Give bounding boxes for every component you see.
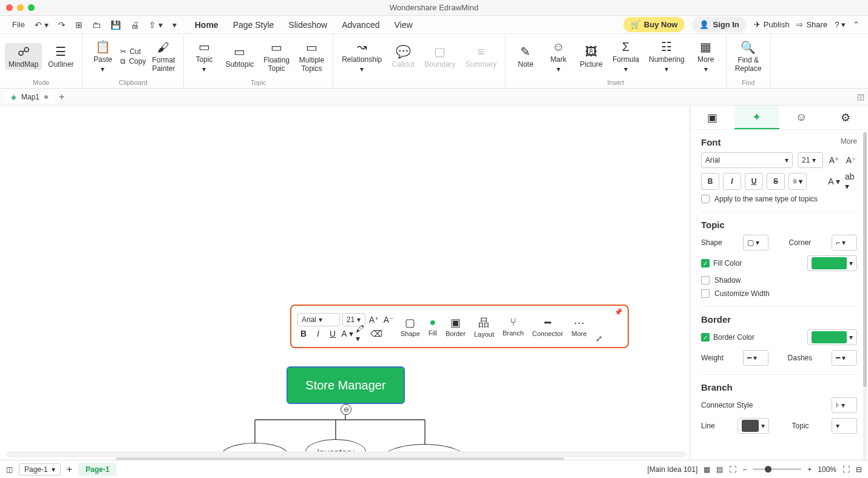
subtopic-button[interactable]: ▭Subtopic xyxy=(222,43,257,70)
window-close[interactable] xyxy=(6,4,13,11)
insert-more-button[interactable]: ▦More▾ xyxy=(691,38,721,75)
mini-border[interactable]: ▣Border xyxy=(443,316,468,337)
mode-mindmap[interactable]: ☍MindMap xyxy=(5,43,42,70)
floating-topic-button[interactable]: ▭Floating Topic xyxy=(260,39,293,74)
fill-color-picker[interactable]: ▾ xyxy=(807,255,857,271)
copy-button[interactable]: ⧉Copy xyxy=(120,57,146,66)
publish-button[interactable]: ✈ Publish xyxy=(754,20,790,29)
tab-page-style[interactable]: Page Style xyxy=(232,18,276,32)
add-tab-button[interactable]: + xyxy=(59,92,64,103)
canvas-hscroll[interactable] xyxy=(6,451,686,457)
paste-button[interactable]: 📋Paste▾ xyxy=(87,38,118,75)
underline-button[interactable]: U xyxy=(745,173,763,190)
rtab-layout[interactable]: ▣ xyxy=(690,106,734,129)
border-color-checkbox[interactable]: ✓ xyxy=(701,333,710,342)
font-family-select[interactable]: Arial▾ xyxy=(701,152,793,168)
shrink-font-icon-r[interactable]: A⁻ xyxy=(845,154,857,166)
font-color-button[interactable]: A ▾ xyxy=(828,175,840,187)
connector-style-select[interactable]: ⊦ ▾ xyxy=(832,397,857,413)
fit-page-icon[interactable]: ⛶ xyxy=(729,465,736,474)
page-select[interactable]: Page-1▾ xyxy=(19,463,61,476)
highlight-icon[interactable]: 🖍 ▾ xyxy=(356,328,368,340)
tab-advanced[interactable]: Advanced xyxy=(341,18,381,32)
window-minimize[interactable] xyxy=(17,4,24,11)
menu-file[interactable]: File xyxy=(8,18,29,32)
relationship-button[interactable]: ↝Relationship▾ xyxy=(338,38,385,75)
grow-font-icon-r[interactable]: A⁺ xyxy=(828,154,840,166)
line-color-select[interactable]: ▾ xyxy=(737,418,769,434)
mark-button[interactable]: ☺Mark▾ xyxy=(543,38,574,75)
node-root[interactable]: Store Manager xyxy=(287,366,405,404)
buy-now-button[interactable]: 🛒 Buy Now xyxy=(623,17,685,32)
customize-width-checkbox[interactable] xyxy=(701,289,710,298)
tab-view[interactable]: View xyxy=(393,18,413,32)
zoom-slider[interactable] xyxy=(753,468,801,470)
share-button[interactable]: ⇨ Share xyxy=(796,20,827,29)
shrink-font-icon[interactable]: A⁻ xyxy=(382,314,395,326)
window-zoom[interactable] xyxy=(28,4,35,11)
text-case-button[interactable]: ab ▾ xyxy=(845,175,857,187)
rtab-icon[interactable]: ☺ xyxy=(779,106,824,129)
weight-select[interactable]: ━ ▾ xyxy=(743,350,768,366)
shape-select[interactable]: ▢ ▾ xyxy=(743,235,768,251)
mini-branch[interactable]: ⑂Branch xyxy=(500,316,526,337)
format-painter-button[interactable]: 🖌Format Painter xyxy=(148,39,178,74)
open-icon[interactable]: 🗀 xyxy=(89,18,104,32)
dashes-select[interactable]: ━ ▾ xyxy=(832,350,857,366)
canvas[interactable]: 📌 Arial▾ 21▾ A⁺ A⁻ B I U A ▾ 🖍 ▾ ⌫ ▢Shap… xyxy=(0,106,690,466)
fill-color-checkbox[interactable]: ✓ xyxy=(701,259,710,268)
doc-tab[interactable]: ◈ Map1 xyxy=(4,91,55,103)
redo-icon[interactable]: ↷ xyxy=(55,18,69,32)
align-button[interactable]: ≡ ▾ xyxy=(788,173,807,190)
zoom-level[interactable]: 100% xyxy=(818,465,836,474)
fullscreen-icon[interactable]: ⛶ xyxy=(843,465,850,474)
page-tab-active[interactable]: Page-1 xyxy=(78,463,117,476)
numbering-button[interactable]: ☷Numbering▾ xyxy=(645,38,688,75)
find-replace-button[interactable]: 🔍Find & Replace xyxy=(731,39,765,74)
help-button[interactable]: ? ▾ xyxy=(835,20,846,29)
bold-icon[interactable]: B xyxy=(297,328,310,340)
tab-slideshow[interactable]: Slideshow xyxy=(287,18,328,32)
branch-topic-select[interactable]: ▾ xyxy=(832,418,857,434)
mini-shape[interactable]: ▢Shape xyxy=(398,316,422,337)
apply-same-checkbox[interactable] xyxy=(701,195,710,203)
sign-in-button[interactable]: 👤 Sign In xyxy=(692,17,746,32)
rtab-settings[interactable]: ⚙ xyxy=(824,106,868,129)
collapse-ribbon-button[interactable]: ⌃ xyxy=(853,20,860,29)
mini-fill[interactable]: ●Fill xyxy=(426,316,439,337)
font-color-icon[interactable]: A ▾ xyxy=(341,328,353,340)
collapse-status-icon[interactable]: ⊟ xyxy=(856,465,862,474)
pin-icon[interactable]: 📌 xyxy=(614,308,623,316)
panel-scrollbar[interactable] xyxy=(863,132,867,463)
bold-button[interactable]: B xyxy=(701,173,719,190)
expand-icon[interactable]: ⤢ xyxy=(593,332,605,345)
rtab-style[interactable]: ✦ xyxy=(734,106,779,129)
grow-font-icon[interactable]: A⁺ xyxy=(368,314,380,326)
view-mode-2-icon[interactable]: ▤ xyxy=(716,465,723,474)
print-icon[interactable]: 🖨 xyxy=(127,18,143,32)
font-size-select[interactable]: 21▾ xyxy=(798,152,823,168)
shadow-checkbox[interactable] xyxy=(701,276,710,284)
collapse-toggle[interactable]: ⊖ xyxy=(341,404,351,415)
topic-button[interactable]: ▭Topic▾ xyxy=(189,38,219,75)
multiple-topics-button[interactable]: ▭Multiple Topics xyxy=(296,39,328,74)
sidebar-toggle-icon[interactable]: ◫ xyxy=(6,465,13,474)
new-doc-icon[interactable]: ⊞ xyxy=(72,18,86,32)
mini-layout[interactable]: 品Layout xyxy=(472,315,497,338)
italic-icon[interactable]: I xyxy=(312,328,324,340)
view-mode-1-icon[interactable]: ▦ xyxy=(704,465,710,474)
tab-home[interactable]: Home xyxy=(194,18,220,32)
cut-button[interactable]: ✂Cut xyxy=(120,47,146,56)
mini-more[interactable]: ⋯More xyxy=(569,316,589,337)
undo-icon[interactable]: ↶ ▾ xyxy=(31,18,52,32)
zoom-out-button[interactable]: − xyxy=(742,465,747,474)
italic-button[interactable]: I xyxy=(723,173,741,190)
save-icon[interactable]: 💾 xyxy=(107,18,124,32)
strike-button[interactable]: S xyxy=(767,173,785,190)
corner-select[interactable]: ⌐ ▾ xyxy=(832,235,857,251)
export-icon[interactable]: ⇪ ▾ xyxy=(145,18,166,32)
font-more[interactable]: More xyxy=(841,137,857,147)
underline-icon[interactable]: U xyxy=(327,328,339,340)
note-button[interactable]: ✎Note xyxy=(510,43,541,70)
zoom-in-button[interactable]: + xyxy=(807,465,812,474)
